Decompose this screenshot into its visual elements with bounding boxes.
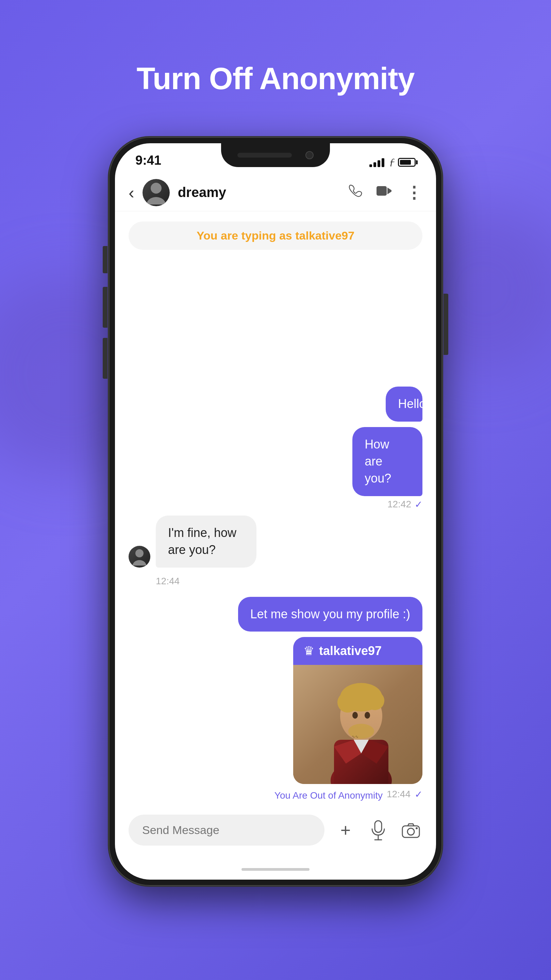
- phone-frame: 9:41 𝓯 ‹: [109, 137, 442, 886]
- avatar[interactable]: [143, 179, 170, 206]
- profile-username: talkative97: [319, 644, 382, 658]
- svg-point-26: [408, 828, 414, 835]
- checkmark-icon: ✓: [414, 499, 422, 510]
- anonymity-label: You Are Out of Anonymity: [275, 790, 383, 801]
- received-group: I'm fine, how are you?: [156, 515, 300, 568]
- svg-point-16: [365, 712, 370, 719]
- message-row: How are you? 12:42 ✓: [129, 427, 422, 510]
- volume-up-button: [103, 246, 108, 273]
- power-button: [443, 294, 448, 355]
- speaker: [237, 153, 292, 158]
- back-button[interactable]: ‹: [129, 184, 134, 201]
- svg-rect-2: [376, 186, 387, 196]
- typing-banner: You are typing as talkative97: [129, 221, 422, 250]
- battery-icon: [398, 158, 416, 167]
- status-time: 9:41: [135, 153, 161, 168]
- message-row: Hello: [129, 387, 422, 421]
- sent-group: Hello: [370, 387, 422, 421]
- svg-point-1: [147, 197, 166, 205]
- svg-point-4: [135, 549, 143, 557]
- received-with-avatar: I'm fine, how are you?: [129, 515, 300, 568]
- page-title: Turn Off Anonymity: [137, 61, 414, 96]
- card-time: 12:44: [387, 789, 411, 800]
- profile-card: ♛ talkative97: [293, 637, 422, 784]
- phone-icon[interactable]: [348, 184, 362, 201]
- svg-marker-3: [387, 188, 392, 194]
- typing-text: You are typing as talkative97: [197, 229, 354, 242]
- contact-name: dreamy: [178, 185, 348, 200]
- message-row: Let me show you my profile :): [129, 597, 422, 632]
- message-bubble: I'm fine, how are you?: [156, 515, 256, 568]
- signal-bar-3: [378, 160, 380, 167]
- sender-avatar: [129, 546, 150, 568]
- profile-photo: ∿∿: [293, 665, 422, 784]
- message-bubble: How are you?: [353, 427, 422, 496]
- svg-text:∿∿: ∿∿: [352, 734, 359, 739]
- message-row: I'm fine, how are you?: [129, 515, 422, 568]
- messages-area: Hello How are you? 12:42 ✓: [115, 260, 436, 808]
- message-bubble: Hello: [386, 387, 422, 421]
- front-camera: [305, 151, 314, 159]
- svg-rect-22: [375, 821, 382, 832]
- header-actions: ⋮: [348, 183, 422, 202]
- notch: [221, 143, 330, 167]
- card-checkmark-icon: ✓: [414, 789, 422, 800]
- message-time: 12:42 ✓: [387, 499, 422, 510]
- signal-bar-4: [382, 158, 384, 167]
- time-label: 12:44: [156, 576, 179, 587]
- chat-header: ‹ dreamy: [115, 174, 436, 211]
- svg-point-15: [353, 712, 358, 719]
- signal-bar-2: [373, 162, 376, 167]
- message-time: 12:44: [129, 576, 422, 587]
- svg-point-14: [365, 691, 384, 710]
- profile-card-header: ♛ talkative97: [293, 637, 422, 665]
- battery-fill: [400, 160, 411, 165]
- add-icon: +: [340, 820, 351, 840]
- avatar-image: [143, 179, 170, 206]
- home-indicator: [115, 859, 436, 880]
- status-icons: 𝓯: [369, 156, 416, 168]
- crown-icon: ♛: [303, 644, 314, 658]
- video-icon[interactable]: [376, 185, 392, 200]
- mic-icon: [370, 820, 386, 840]
- camera-button[interactable]: [399, 819, 422, 842]
- profile-person-image: ∿∿: [293, 665, 422, 784]
- svg-point-0: [151, 183, 162, 194]
- signal-bar-1: [369, 164, 372, 167]
- silent-button: [103, 338, 108, 379]
- add-button[interactable]: +: [334, 819, 357, 842]
- volume-down-button: [103, 287, 108, 328]
- svg-point-27: [416, 827, 418, 829]
- input-area: +: [115, 808, 436, 859]
- message-text: I'm fine, how are you?: [168, 526, 237, 557]
- wifi-icon: 𝓯: [390, 156, 392, 168]
- message-text: Hello: [398, 397, 426, 411]
- home-bar: [241, 868, 310, 871]
- sent-group: How are you? 12:42 ✓: [322, 427, 422, 510]
- message-text: Let me show you my profile :): [250, 607, 410, 621]
- message-text: How are you?: [365, 437, 391, 485]
- svg-point-13: [337, 692, 358, 713]
- phone-screen: 9:41 𝓯 ‹: [115, 143, 436, 880]
- signal-bars-icon: [369, 158, 384, 167]
- message-bubble: Let me show you my profile :): [238, 597, 422, 632]
- svg-point-5: [133, 560, 146, 566]
- mic-button[interactable]: [367, 819, 390, 842]
- camera-icon: [402, 822, 420, 838]
- profile-reveal-group: Let me show you my profile :) ♛ talkativ…: [129, 597, 422, 801]
- anonymity-row: You Are Out of Anonymity 12:44 ✓: [129, 788, 422, 801]
- more-options-icon[interactable]: ⋮: [406, 183, 422, 202]
- message-input[interactable]: [129, 815, 324, 846]
- time-label: 12:42: [387, 499, 411, 510]
